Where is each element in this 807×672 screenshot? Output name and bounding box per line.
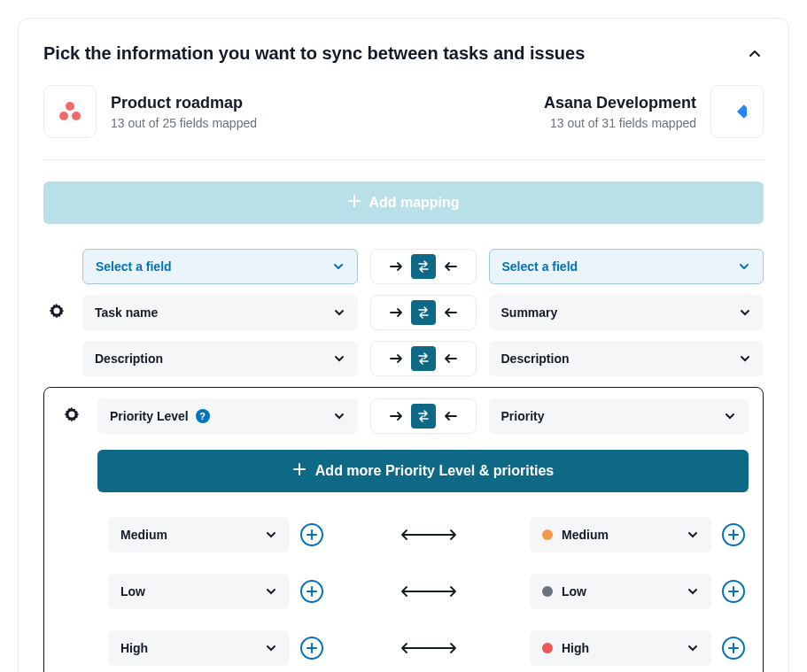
panel-title: Pick the information you want to sync be… xyxy=(43,43,585,64)
add-left-value-button[interactable] xyxy=(300,523,323,546)
chevron-down-icon xyxy=(265,529,277,541)
right-app-subtitle: 13 out of 31 fields mapped xyxy=(544,116,696,130)
chevron-down-icon xyxy=(738,260,750,273)
sync-direction-control[interactable] xyxy=(370,249,477,284)
chevron-down-icon xyxy=(724,410,736,422)
add-mapping-button[interactable]: Add mapping xyxy=(43,182,764,224)
priority-color-dot xyxy=(542,586,553,597)
arrow-left-icon xyxy=(443,353,457,364)
right-field-select[interactable]: Priority xyxy=(489,398,749,434)
plus-icon xyxy=(292,462,307,480)
swap-icon xyxy=(411,346,436,371)
arrow-right-icon xyxy=(390,307,404,318)
right-field-select[interactable]: Summary xyxy=(489,295,764,330)
priority-value-row: Medium Medium xyxy=(71,517,749,552)
help-icon[interactable]: ? xyxy=(196,409,210,423)
mapping-row-priority: Priority Level ? Priority xyxy=(58,398,749,434)
right-field-select[interactable]: Description xyxy=(489,341,764,376)
add-right-value-button[interactable] xyxy=(722,637,745,660)
value-label: Medium xyxy=(120,528,167,542)
field-label: Description xyxy=(95,351,163,366)
arrow-right-icon xyxy=(390,411,404,421)
gear-icon[interactable] xyxy=(64,406,80,426)
sync-config-panel: Pick the information you want to sync be… xyxy=(18,18,789,672)
select-placeholder-label: Select a field xyxy=(502,259,578,274)
select-placeholder-label: Select a field xyxy=(96,259,172,274)
priority-value-row: Low Low xyxy=(71,574,749,609)
chevron-down-icon xyxy=(332,260,345,273)
sync-direction-control[interactable] xyxy=(370,295,477,330)
field-label: Description xyxy=(501,351,570,366)
field-label: Priority Level xyxy=(110,409,189,423)
mapping-row-taskname: Task name Summary xyxy=(43,295,764,330)
collapse-toggle[interactable] xyxy=(746,45,764,63)
left-field-select[interactable]: Select a field xyxy=(82,249,358,284)
endpoints-row: Product roadmap 13 out of 25 fields mapp… xyxy=(43,85,764,138)
swap-icon xyxy=(411,300,436,325)
priority-color-dot xyxy=(542,529,553,540)
left-app-name: Product roadmap xyxy=(111,94,257,112)
asana-icon xyxy=(43,85,97,138)
sync-direction-control[interactable] xyxy=(370,341,477,376)
bidirectional-arrow-icon xyxy=(338,642,519,654)
chevron-down-icon xyxy=(333,306,345,319)
chevron-down-icon xyxy=(333,352,345,365)
field-label: Summary xyxy=(501,305,558,320)
mapping-row-placeholder: Select a field Select a field xyxy=(43,249,764,284)
plus-icon xyxy=(347,194,361,212)
bidirectional-arrow-icon xyxy=(338,529,519,541)
svg-point-1 xyxy=(59,112,68,120)
arrow-right-icon xyxy=(390,353,404,364)
right-app-name: Asana Development xyxy=(544,94,696,112)
field-label: Priority xyxy=(501,409,545,423)
chevron-down-icon xyxy=(265,642,277,654)
add-right-value-button[interactable] xyxy=(722,580,745,603)
add-left-value-button[interactable] xyxy=(300,637,323,660)
gear-icon[interactable] xyxy=(49,303,65,322)
left-value-select[interactable]: Low xyxy=(108,574,290,609)
left-field-select[interactable]: Task name xyxy=(82,295,358,330)
value-label: Low xyxy=(542,584,586,599)
divider xyxy=(43,159,764,160)
priority-mapping-group: Priority Level ? Priority Add more Prior… xyxy=(43,387,764,672)
add-mapping-label: Add mapping xyxy=(369,195,459,211)
value-label: Low xyxy=(120,584,145,599)
swap-icon xyxy=(411,404,436,429)
right-endpoint: Asana Development 13 out of 31 fields ma… xyxy=(544,85,764,138)
left-app-subtitle: 13 out of 25 fields mapped xyxy=(111,116,257,130)
left-field-select[interactable]: Priority Level ? xyxy=(97,398,358,434)
svg-point-2 xyxy=(72,112,81,120)
right-value-select[interactable]: High xyxy=(530,630,711,666)
chevron-down-icon xyxy=(739,352,751,365)
add-more-label: Add more Priority Level & priorities xyxy=(315,463,554,479)
right-field-select[interactable]: Select a field xyxy=(489,249,764,284)
left-value-select[interactable]: High xyxy=(108,630,290,666)
left-endpoint: Product roadmap 13 out of 25 fields mapp… xyxy=(43,85,257,138)
arrow-left-icon xyxy=(443,261,457,272)
sync-direction-control[interactable] xyxy=(370,398,477,434)
panel-header: Pick the information you want to sync be… xyxy=(43,43,764,64)
chevron-down-icon xyxy=(265,585,277,598)
arrow-left-icon xyxy=(443,307,457,318)
priority-value-rows: Medium Medium Low xyxy=(58,517,749,666)
add-left-value-button[interactable] xyxy=(300,580,323,603)
arrow-left-icon xyxy=(443,411,457,421)
priority-color-dot xyxy=(542,643,553,653)
chevron-down-icon xyxy=(333,410,345,422)
svg-point-0 xyxy=(66,102,74,111)
right-value-select[interactable]: Low xyxy=(530,574,711,609)
jira-icon xyxy=(710,85,764,138)
left-value-select[interactable]: Medium xyxy=(108,517,290,552)
mapping-row-description: Description Description xyxy=(43,341,764,376)
value-label: High xyxy=(120,641,148,655)
svg-rect-3 xyxy=(737,104,747,119)
add-right-value-button[interactable] xyxy=(722,523,745,546)
chevron-down-icon xyxy=(687,529,699,541)
add-more-priority-button[interactable]: Add more Priority Level & priorities xyxy=(97,450,749,492)
right-value-select[interactable]: Medium xyxy=(530,517,711,552)
value-label: High xyxy=(542,641,589,655)
swap-icon xyxy=(411,254,436,279)
bidirectional-arrow-icon xyxy=(338,585,519,598)
left-field-select[interactable]: Description xyxy=(82,341,358,376)
chevron-down-icon xyxy=(739,306,751,319)
